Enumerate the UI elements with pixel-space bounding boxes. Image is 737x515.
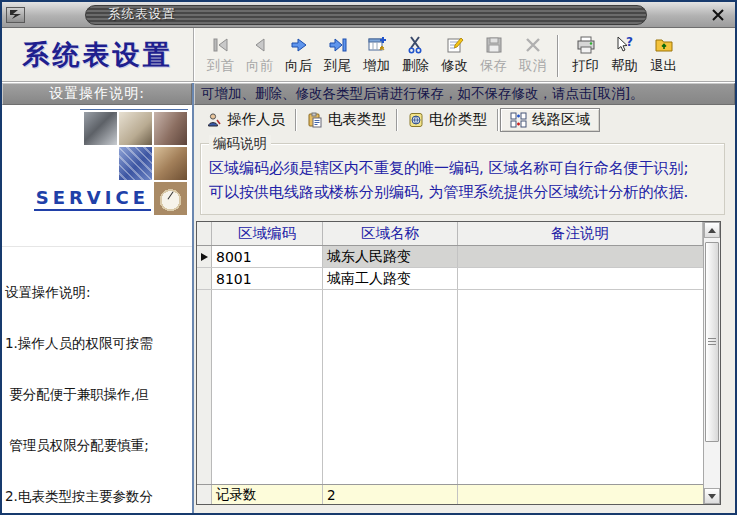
next-label: 向后 — [285, 57, 312, 75]
tab-meter-type[interactable]: 电表类型 — [298, 108, 395, 132]
print-icon — [576, 33, 596, 57]
cancel-label: 取消 — [519, 57, 546, 75]
vertical-scrollbar[interactable] — [703, 222, 720, 504]
groupbox-title: 编码说明 — [209, 135, 271, 153]
exit-label: 退出 — [650, 57, 677, 75]
print-label: 打印 — [572, 57, 599, 75]
tab-line-region-label: 线路区域 — [532, 110, 590, 129]
add-icon — [367, 33, 387, 57]
code-note-line: 区域编码必须是辖区内不重复的唯一编码, 区域名称可自行命名便于识别; — [209, 156, 718, 180]
print-button[interactable]: 打印 — [566, 33, 605, 79]
code-description-groupbox: 编码说明 区域编码必须是辖区内不重复的唯一编码, 区域名称可自行命名便于识别; … — [200, 143, 725, 215]
instruction-line: 设置操作说明: — [5, 284, 192, 301]
table-empty-area — [197, 290, 703, 484]
save-label: 保存 — [480, 57, 507, 75]
edit-icon — [445, 33, 465, 57]
scrollbar-thumb[interactable] — [705, 242, 719, 442]
sidebar-instructions: 设置操作说明: 1.操作人员的权限可按需 要分配便于兼职操作,但 管理员权限分配… — [2, 247, 192, 513]
tab-divider — [396, 109, 398, 131]
help-icon: ? — [615, 33, 635, 57]
save-icon — [484, 33, 504, 57]
cell-region-name[interactable]: 城东人民路变 — [323, 246, 458, 267]
scroll-down-icon[interactable] — [704, 488, 720, 504]
row-selector-cell — [197, 268, 212, 289]
current-row-marker-cell — [197, 246, 212, 267]
delete-icon — [406, 33, 426, 57]
tab-line-region[interactable]: 线路区域 — [500, 108, 600, 132]
scroll-up-icon[interactable] — [704, 222, 720, 238]
prev-label: 向前 — [246, 57, 273, 75]
table-row[interactable]: 8101 城南工人路变 — [197, 268, 703, 290]
app-window: 系统表设置 系统表设置 到首 向前 — [0, 0, 737, 515]
photo-metal-parts — [84, 112, 117, 145]
price-icon — [408, 112, 424, 128]
empty-note-col — [458, 290, 703, 484]
first-label: 到首 — [207, 57, 234, 75]
save-button[interactable]: 保存 — [474, 33, 513, 79]
tab-price-type[interactable]: 电价类型 — [399, 108, 496, 132]
footer-selector-cell — [197, 485, 212, 504]
app-logo-icon — [6, 7, 25, 23]
svg-text:?: ? — [626, 36, 633, 49]
cell-region-note[interactable] — [458, 246, 703, 267]
record-count-label: 记录数 — [212, 485, 323, 504]
page-title-zone: 系统表设置 — [2, 28, 195, 81]
instruction-line: 管理员权限分配要慎重; — [5, 437, 192, 454]
tab-meter-type-label: 电表类型 — [328, 110, 386, 129]
cell-region-name[interactable]: 城南工人路变 — [323, 268, 458, 289]
instruction-line: 2.电表类型按主要参数分 — [5, 488, 192, 505]
help-label: 帮助 — [611, 57, 638, 75]
help-button[interactable]: ? 帮助 — [605, 33, 644, 79]
sidebar: 设置操作说明: SERVICE 设置操作说明: 1.操作人员的 — [2, 83, 194, 513]
next-icon — [289, 33, 309, 57]
toolbar: 系统表设置 到首 向前 向后 — [2, 28, 735, 83]
content-panel: 可增加、删除、修改各类型后请进行保存，如不保存修改，请点击[取消]。 操作人员 … — [194, 83, 735, 513]
last-button[interactable]: 到尾 — [318, 33, 357, 79]
table-row[interactable]: 8001 城东人民路变 — [197, 246, 703, 268]
header-selector-cell — [197, 222, 212, 245]
column-header-note[interactable]: 备注说明 — [458, 222, 703, 245]
collage-row-1 — [83, 111, 188, 146]
prev-icon — [250, 33, 270, 57]
instruction-line: 1.操作人员的权限可按需 — [5, 335, 192, 352]
toolbar-buttons: 到首 向前 向后 到尾 — [195, 28, 685, 81]
edit-label: 修改 — [441, 57, 468, 75]
cancel-icon — [523, 33, 543, 57]
column-header-code[interactable]: 区域编码 — [212, 222, 323, 245]
toolbar-separator — [557, 35, 559, 77]
cell-region-code[interactable]: 8101 — [212, 268, 323, 289]
empty-code-col — [212, 290, 323, 484]
region-table: 区域编码 区域名称 备注说明 8001 城东人民路变 8101 城南工人路变 — [196, 221, 721, 505]
table-header-row: 区域编码 区域名称 备注说明 — [197, 222, 703, 246]
sidebar-image-collage: SERVICE — [2, 105, 192, 247]
column-header-name[interactable]: 区域名称 — [323, 222, 458, 245]
tab-operators-label: 操作人员 — [227, 110, 285, 129]
last-icon — [328, 33, 348, 57]
delete-label: 删除 — [402, 57, 429, 75]
next-button[interactable]: 向后 — [279, 33, 318, 79]
first-icon — [211, 33, 231, 57]
photo-pocket-watch — [154, 182, 187, 215]
photo-tools — [154, 112, 187, 145]
prev-button[interactable]: 向前 — [240, 33, 279, 79]
empty-name-col — [323, 290, 458, 484]
status-message: 可增加、删除、修改各类型后请进行保存，如不保存修改，请点击[取消]。 — [194, 83, 735, 105]
titlebar: 系统表设置 — [2, 2, 735, 28]
first-button[interactable]: 到首 — [201, 33, 240, 79]
add-label: 增加 — [363, 57, 390, 75]
table-footer-row: 记录数 2 — [197, 484, 703, 504]
close-icon[interactable] — [707, 6, 729, 24]
cell-region-note[interactable] — [458, 268, 703, 289]
cancel-button[interactable]: 取消 — [513, 33, 552, 79]
last-label: 到尾 — [324, 57, 351, 75]
region-icon — [510, 112, 527, 128]
delete-button[interactable]: 删除 — [396, 33, 435, 79]
exit-button[interactable]: 退出 — [644, 33, 683, 79]
tabbar: 操作人员 电表类型 电价类型 线路区域 — [194, 105, 735, 134]
tab-operators[interactable]: 操作人员 — [197, 108, 294, 132]
page-title: 系统表设置 — [23, 37, 173, 73]
add-button[interactable]: 增加 — [357, 33, 396, 79]
cell-region-code[interactable]: 8001 — [212, 246, 323, 267]
person-icon — [206, 112, 222, 128]
edit-button[interactable]: 修改 — [435, 33, 474, 79]
